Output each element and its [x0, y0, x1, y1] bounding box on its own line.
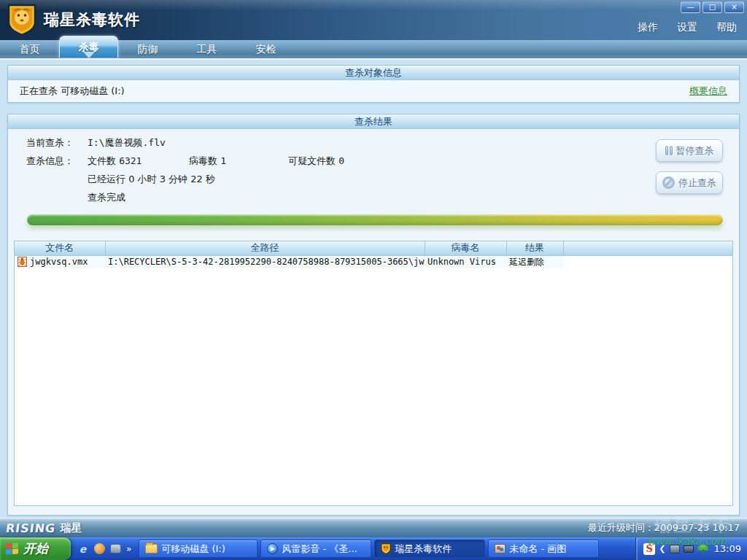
- tab-tools[interactable]: 工具: [177, 40, 236, 58]
- stop-icon: [662, 176, 675, 189]
- quick-launch-bar: e »: [71, 542, 137, 555]
- scan-info-label: 查杀信息：: [26, 155, 88, 168]
- row-full-path: I:\RECYCLER\S-5-3-42-2819952290-82407589…: [105, 255, 425, 268]
- column-header-fullpath[interactable]: 全路径: [105, 241, 425, 255]
- scan-result-panel-header: 查杀结果: [8, 114, 739, 129]
- file-count-stat: 文件数 6321: [88, 155, 189, 168]
- scan-target-panel-header: 查杀对象信息: [8, 66, 739, 80]
- row-file-name: jwgkvsq.vmx: [30, 257, 88, 267]
- main-content: 查杀对象信息 正在查杀 可移动磁盘 (I:) 概要信息 查杀结果 当前查杀： I…: [0, 58, 747, 518]
- column-header-blank: [563, 241, 732, 255]
- scan-target-panel: 查杀对象信息 正在查杀 可移动磁盘 (I:) 概要信息: [7, 65, 740, 103]
- pause-icon: [665, 146, 673, 155]
- paint-icon: [495, 544, 506, 553]
- sogou-tray-icon[interactable]: S: [643, 543, 655, 555]
- minimize-button[interactable]: —: [681, 1, 700, 13]
- last-update-time: 最近升级时间：2009-07-23 10:17: [588, 521, 740, 534]
- tab-home[interactable]: 首页: [0, 40, 59, 58]
- tab-scan[interactable]: 杀毒: [59, 36, 118, 58]
- title-bar: 瑞星杀毒软件 — □ × 操作 设置 帮助: [0, 0, 747, 40]
- menu-settings[interactable]: 设置: [677, 21, 697, 34]
- screen: 瑞星杀毒软件 — □ × 操作 设置 帮助 首页 杀毒 防御 工具 安检 查杀对…: [0, 0, 747, 560]
- taskbar-button-media-player[interactable]: ▶ 风雷影音 - 《圣...: [260, 540, 371, 558]
- input-method-tray-icon[interactable]: [684, 545, 694, 553]
- brand-cn-text: 瑞星: [60, 521, 82, 535]
- virus-bug-icon: [18, 257, 27, 267]
- scan-target-status: 正在查杀 可移动磁盘 (I:): [20, 85, 125, 98]
- current-scan-value: I:\魔兽视频.flv: [88, 136, 166, 149]
- folder-icon: [145, 544, 158, 553]
- scan-result-panel: 查杀结果 当前查杀： I:\魔兽视频.flv 查杀信息： 文件数 6321 病毒…: [7, 114, 740, 516]
- play-icon: ▶: [267, 543, 278, 554]
- taskbar-button-removable-disk[interactable]: 可移动磁盘 (I:): [139, 540, 258, 558]
- summary-info-link[interactable]: 概要信息: [689, 85, 727, 98]
- scan-progress-bar: [27, 214, 723, 225]
- safely-remove-hardware-icon[interactable]: [670, 545, 680, 553]
- taskbar-clock: 13:09: [714, 543, 741, 554]
- tray-collapse-chevron[interactable]: ❮: [659, 544, 665, 553]
- progress-fill: [27, 214, 723, 225]
- rising-umbrella-tray-icon[interactable]: [697, 544, 708, 554]
- elapsed-time-text: 已经运行 0 小时 3 分钟 22 秒: [88, 173, 215, 186]
- tab-security-check[interactable]: 安检: [236, 40, 295, 58]
- show-desktop-icon[interactable]: [110, 544, 121, 553]
- menu-help[interactable]: 帮助: [716, 21, 737, 34]
- results-table-container: 文件名 全路径 病毒名 结果: [14, 241, 733, 506]
- current-scan-label: 当前查杀：: [26, 136, 88, 149]
- column-header-filename[interactable]: 文件名: [15, 241, 105, 255]
- status-bar: RISING 瑞星 最近升级时间：2009-07-23 10:17: [0, 518, 747, 537]
- stop-scan-button[interactable]: 停止查杀: [656, 171, 723, 194]
- windows-logo-icon: [6, 542, 19, 555]
- suspicious-count-stat: 可疑文件数 0: [288, 155, 344, 168]
- results-table: 文件名 全路径 病毒名 结果: [15, 241, 732, 268]
- media-app-icon[interactable]: [94, 543, 105, 554]
- tab-defense[interactable]: 防御: [118, 40, 177, 58]
- taskbar-button-rising-antivirus[interactable]: 瑞星杀毒软件: [374, 540, 485, 558]
- table-row[interactable]: jwgkvsq.vmx I:\RECYCLER\S-5-3-42-2819952…: [15, 255, 732, 268]
- start-button[interactable]: 开始: [0, 537, 71, 560]
- menu-bar: 操作 设置 帮助: [638, 21, 737, 34]
- system-tray: S ❮ 13:09: [635, 537, 747, 560]
- rising-mini-shield-icon: [381, 543, 391, 554]
- quick-launch-more-chevron[interactable]: »: [126, 544, 131, 554]
- restore-button[interactable]: □: [703, 1, 722, 13]
- brand-en-text: RISING: [5, 521, 57, 535]
- tab-bar: 首页 杀毒 防御 工具 安检: [0, 40, 747, 58]
- internet-explorer-icon[interactable]: e: [77, 542, 89, 555]
- column-header-virusname[interactable]: 病毒名: [425, 241, 506, 255]
- app-title: 瑞星杀毒软件: [44, 9, 140, 30]
- row-result: 延迟删除: [506, 255, 563, 268]
- column-header-result[interactable]: 结果: [506, 241, 563, 255]
- menu-operate[interactable]: 操作: [638, 21, 658, 34]
- row-virus-name: Unknown Virus: [425, 255, 506, 268]
- taskbar-button-paint[interactable]: 未命名 - 画图: [488, 540, 599, 558]
- windows-taskbar: 开始 e » 可移动磁盘 (I:) ▶ 风雷影音 - 《圣... 瑞星杀毒软件: [0, 537, 747, 560]
- close-button[interactable]: ×: [724, 1, 744, 13]
- scan-finished-text: 查杀完成: [88, 191, 125, 204]
- pause-scan-button[interactable]: 暂停查杀: [656, 139, 723, 162]
- virus-count-stat: 病毒数 1: [189, 155, 288, 168]
- rising-lion-logo-icon: [7, 4, 36, 36]
- rising-brand-logo: RISING 瑞星: [6, 521, 82, 535]
